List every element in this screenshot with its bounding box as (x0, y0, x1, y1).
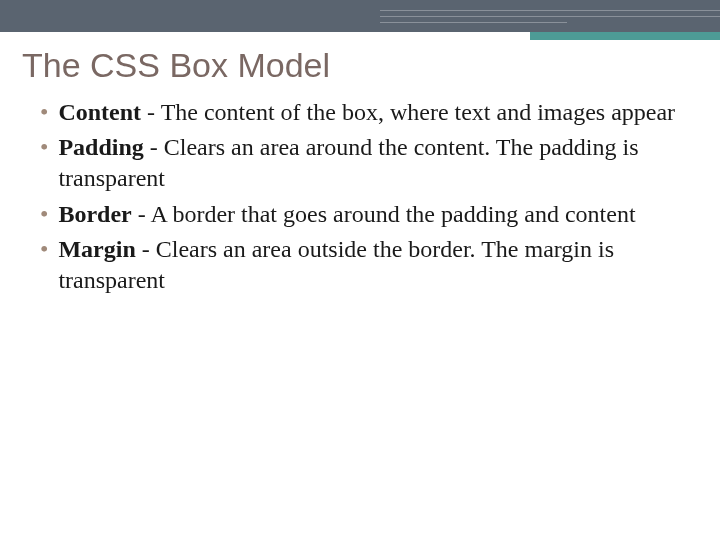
list-item: • Content - The content of the box, wher… (40, 97, 690, 128)
slide-header-bar (0, 0, 720, 32)
desc: - Clears an area around the content. The… (58, 134, 638, 191)
bullet-text: Content - The content of the box, where … (58, 97, 690, 128)
bullet-text: Padding - Clears an area around the cont… (58, 132, 690, 194)
accent-bar (530, 32, 720, 40)
bullet-icon: • (40, 234, 48, 265)
bullet-icon: • (40, 199, 48, 230)
term: Border (58, 201, 131, 227)
term: Padding (58, 134, 143, 160)
list-item: • Margin - Clears an area outside the bo… (40, 234, 690, 296)
bullet-icon: • (40, 97, 48, 128)
header-decor-lines (380, 10, 720, 28)
list-item: • Padding - Clears an area around the co… (40, 132, 690, 194)
bullet-icon: • (40, 132, 48, 163)
bullet-text: Border - A border that goes around the p… (58, 199, 690, 230)
desc: - A border that goes around the padding … (132, 201, 636, 227)
bullet-list: • Content - The content of the box, wher… (0, 93, 720, 296)
desc: - The content of the box, where text and… (141, 99, 675, 125)
bullet-text: Margin - Clears an area outside the bord… (58, 234, 690, 296)
desc: - Clears an area outside the border. The… (58, 236, 614, 293)
term: Content (58, 99, 141, 125)
list-item: • Border - A border that goes around the… (40, 199, 690, 230)
term: Margin (58, 236, 135, 262)
slide-title: The CSS Box Model (0, 32, 720, 93)
